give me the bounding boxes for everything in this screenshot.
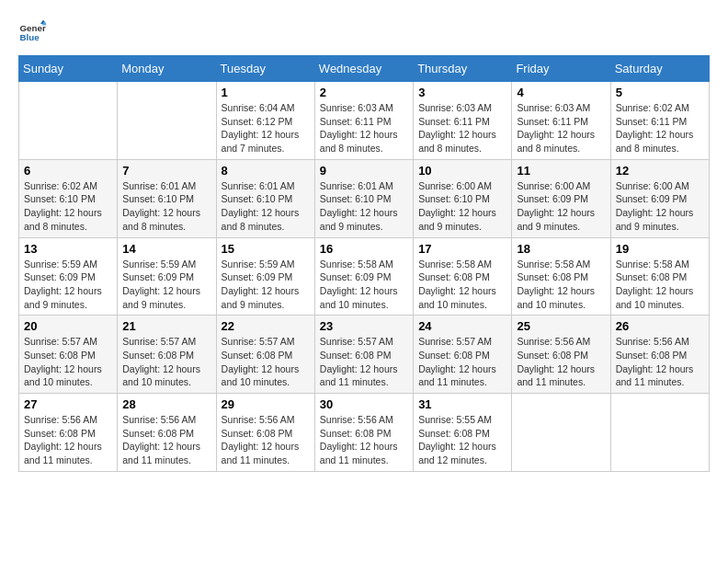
calendar-cell: 31 Sunrise: 5:55 AMSunset: 6:08 PMDaylig… xyxy=(414,394,512,472)
calendar-week-row: 27 Sunrise: 5:56 AMSunset: 6:08 PMDaylig… xyxy=(19,394,710,472)
calendar-cell: 26 Sunrise: 5:56 AMSunset: 6:08 PMDaylig… xyxy=(610,316,709,394)
day-number: 4 xyxy=(517,86,605,99)
calendar-cell: 13 Sunrise: 5:59 AMSunset: 6:09 PMDaylig… xyxy=(19,237,118,316)
day-info: Sunrise: 5:57 AMSunset: 6:08 PMDaylight:… xyxy=(320,335,408,389)
calendar-week-row: 13 Sunrise: 5:59 AMSunset: 6:09 PMDaylig… xyxy=(19,237,710,316)
day-number: 6 xyxy=(24,164,112,178)
day-number: 25 xyxy=(517,319,605,333)
calendar-cell: 22 Sunrise: 5:57 AMSunset: 6:08 PMDaylig… xyxy=(216,316,314,394)
day-info: Sunrise: 5:55 AMSunset: 6:08 PMDaylight:… xyxy=(418,413,506,467)
day-number: 5 xyxy=(616,86,704,99)
calendar-week-row: 20 Sunrise: 5:57 AMSunset: 6:08 PMDaylig… xyxy=(19,316,710,394)
day-number: 28 xyxy=(122,397,210,411)
day-number: 13 xyxy=(24,242,112,256)
day-info: Sunrise: 6:01 AMSunset: 6:10 PMDaylight:… xyxy=(122,179,210,234)
day-info: Sunrise: 6:02 AMSunset: 6:10 PMDaylight:… xyxy=(24,179,112,234)
day-info: Sunrise: 5:58 AMSunset: 6:09 PMDaylight:… xyxy=(320,258,408,312)
calendar-cell: 18 Sunrise: 5:58 AMSunset: 6:08 PMDaylig… xyxy=(512,237,610,316)
day-info: Sunrise: 5:58 AMSunset: 6:08 PMDaylight:… xyxy=(517,258,605,312)
day-info: Sunrise: 6:01 AMSunset: 6:10 PMDaylight:… xyxy=(222,179,310,234)
day-info: Sunrise: 6:00 AMSunset: 6:09 PMDaylight:… xyxy=(517,179,605,234)
day-number: 7 xyxy=(122,164,210,178)
day-info: Sunrise: 5:57 AMSunset: 6:08 PMDaylight:… xyxy=(222,335,310,389)
day-info: Sunrise: 5:57 AMSunset: 6:08 PMDaylight:… xyxy=(24,335,112,389)
day-info: Sunrise: 5:59 AMSunset: 6:09 PMDaylight:… xyxy=(24,258,112,312)
calendar-cell: 29 Sunrise: 5:56 AMSunset: 6:08 PMDaylig… xyxy=(216,394,314,472)
calendar-cell: 1 Sunrise: 6:04 AMSunset: 6:12 PMDayligh… xyxy=(216,82,314,160)
calendar-cell: 6 Sunrise: 6:02 AMSunset: 6:10 PMDayligh… xyxy=(19,159,118,237)
calendar-cell: 25 Sunrise: 5:56 AMSunset: 6:08 PMDaylig… xyxy=(512,316,610,394)
day-number: 14 xyxy=(122,242,210,256)
day-number: 26 xyxy=(616,319,704,333)
day-info: Sunrise: 6:00 AMSunset: 6:09 PMDaylight:… xyxy=(616,179,704,234)
svg-text:General: General xyxy=(20,23,47,33)
calendar-cell: 30 Sunrise: 5:56 AMSunset: 6:08 PMDaylig… xyxy=(314,394,413,472)
day-info: Sunrise: 5:56 AMSunset: 6:08 PMDaylight:… xyxy=(222,413,310,467)
calendar-day-header: Friday xyxy=(512,56,610,82)
day-number: 31 xyxy=(418,397,506,411)
day-number: 17 xyxy=(418,242,506,256)
calendar-cell: 7 Sunrise: 6:01 AMSunset: 6:10 PMDayligh… xyxy=(118,159,216,237)
calendar-cell: 14 Sunrise: 5:59 AMSunset: 6:09 PMDaylig… xyxy=(118,237,216,316)
calendar-cell xyxy=(118,82,216,160)
day-number: 3 xyxy=(418,86,506,99)
day-info: Sunrise: 6:03 AMSunset: 6:11 PMDaylight:… xyxy=(320,101,408,155)
day-number: 15 xyxy=(222,242,310,256)
day-number: 9 xyxy=(320,164,408,178)
calendar-cell: 27 Sunrise: 5:56 AMSunset: 6:08 PMDaylig… xyxy=(19,394,118,472)
calendar-day-header: Wednesday xyxy=(314,56,413,82)
day-info: Sunrise: 6:03 AMSunset: 6:11 PMDaylight:… xyxy=(517,101,605,155)
calendar-cell: 2 Sunrise: 6:03 AMSunset: 6:11 PMDayligh… xyxy=(314,82,413,160)
day-number: 2 xyxy=(320,86,408,99)
calendar-cell: 20 Sunrise: 5:57 AMSunset: 6:08 PMDaylig… xyxy=(19,316,118,394)
calendar-table: SundayMondayTuesdayWednesdayThursdayFrid… xyxy=(18,55,710,472)
calendar-day-header: Sunday xyxy=(19,56,118,82)
day-info: Sunrise: 5:56 AMSunset: 6:08 PMDaylight:… xyxy=(320,413,408,467)
calendar-cell: 5 Sunrise: 6:02 AMSunset: 6:11 PMDayligh… xyxy=(610,82,709,160)
calendar-cell: 21 Sunrise: 5:57 AMSunset: 6:08 PMDaylig… xyxy=(118,316,216,394)
calendar-cell: 16 Sunrise: 5:58 AMSunset: 6:09 PMDaylig… xyxy=(314,237,413,316)
day-number: 21 xyxy=(122,319,210,333)
day-info: Sunrise: 5:58 AMSunset: 6:08 PMDaylight:… xyxy=(418,258,506,312)
day-number: 29 xyxy=(222,397,310,411)
calendar-cell: 8 Sunrise: 6:01 AMSunset: 6:10 PMDayligh… xyxy=(216,159,314,237)
logo: General Blue xyxy=(18,18,46,46)
calendar-cell: 12 Sunrise: 6:00 AMSunset: 6:09 PMDaylig… xyxy=(610,159,709,237)
day-number: 8 xyxy=(222,164,310,178)
day-number: 20 xyxy=(24,319,112,333)
day-number: 10 xyxy=(418,164,506,178)
calendar-cell: 3 Sunrise: 6:03 AMSunset: 6:11 PMDayligh… xyxy=(414,82,512,160)
day-number: 1 xyxy=(222,86,310,99)
day-info: Sunrise: 5:56 AMSunset: 6:08 PMDaylight:… xyxy=(616,335,704,389)
day-number: 24 xyxy=(418,319,506,333)
calendar-day-header: Saturday xyxy=(610,56,709,82)
calendar-cell: 28 Sunrise: 5:56 AMSunset: 6:08 PMDaylig… xyxy=(118,394,216,472)
calendar-cell: 9 Sunrise: 6:01 AMSunset: 6:10 PMDayligh… xyxy=(314,159,413,237)
day-number: 12 xyxy=(616,164,704,178)
day-number: 30 xyxy=(320,397,408,411)
day-info: Sunrise: 5:59 AMSunset: 6:09 PMDaylight:… xyxy=(122,258,210,312)
day-info: Sunrise: 6:02 AMSunset: 6:11 PMDaylight:… xyxy=(616,101,704,155)
day-number: 19 xyxy=(616,242,704,256)
day-number: 23 xyxy=(320,319,408,333)
page-header: General Blue xyxy=(18,18,710,46)
calendar-cell: 24 Sunrise: 5:57 AMSunset: 6:08 PMDaylig… xyxy=(414,316,512,394)
day-info: Sunrise: 5:59 AMSunset: 6:09 PMDaylight:… xyxy=(222,258,310,312)
day-number: 11 xyxy=(517,164,605,178)
calendar-cell: 15 Sunrise: 5:59 AMSunset: 6:09 PMDaylig… xyxy=(216,237,314,316)
day-info: Sunrise: 5:57 AMSunset: 6:08 PMDaylight:… xyxy=(418,335,506,389)
day-info: Sunrise: 5:58 AMSunset: 6:08 PMDaylight:… xyxy=(616,258,704,312)
calendar-week-row: 1 Sunrise: 6:04 AMSunset: 6:12 PMDayligh… xyxy=(19,82,710,160)
logo-icon: General Blue xyxy=(18,18,46,46)
calendar-cell: 4 Sunrise: 6:03 AMSunset: 6:11 PMDayligh… xyxy=(512,82,610,160)
calendar-day-header: Monday xyxy=(118,56,216,82)
day-info: Sunrise: 5:57 AMSunset: 6:08 PMDaylight:… xyxy=(122,335,210,389)
calendar-day-header: Thursday xyxy=(414,56,512,82)
calendar-header-row: SundayMondayTuesdayWednesdayThursdayFrid… xyxy=(19,56,710,82)
calendar-day-header: Tuesday xyxy=(216,56,314,82)
day-number: 18 xyxy=(517,242,605,256)
calendar-cell: 11 Sunrise: 6:00 AMSunset: 6:09 PMDaylig… xyxy=(512,159,610,237)
day-info: Sunrise: 5:56 AMSunset: 6:08 PMDaylight:… xyxy=(517,335,605,389)
calendar-cell xyxy=(19,82,118,160)
calendar-cell: 10 Sunrise: 6:00 AMSunset: 6:10 PMDaylig… xyxy=(414,159,512,237)
